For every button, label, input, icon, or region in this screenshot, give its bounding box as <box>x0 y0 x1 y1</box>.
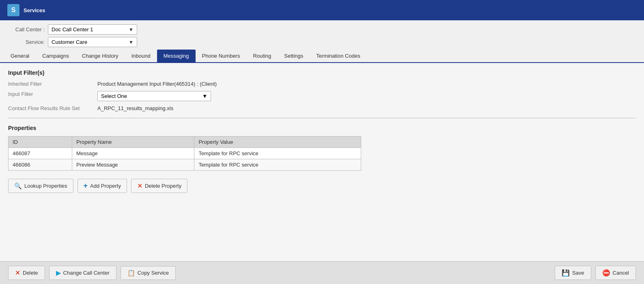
row1-id: 466087 <box>9 148 72 159</box>
col-property-value: Property Value <box>194 137 361 148</box>
service-arrow-icon: ▼ <box>129 39 134 45</box>
tab-messaging[interactable]: Messaging <box>157 50 196 62</box>
service-label: Service: <box>8 39 45 45</box>
tab-phone-numbers[interactable]: Phone Numbers <box>196 50 247 62</box>
table-row: 466087 Message Template for RPC service <box>9 148 361 159</box>
footer: ✕ Delete ▶ Change Call Center 📋 Copy Ser… <box>0 261 644 284</box>
row2-value: Template for RPC service <box>194 159 361 171</box>
lookup-label: Lookup Properties <box>24 183 67 189</box>
delete-property-label: Delete Property <box>145 183 181 189</box>
main-content: Input Filter(s) Inherited Filter Product… <box>0 63 644 261</box>
lookup-properties-button[interactable]: 🔍 Lookup Properties <box>8 179 73 193</box>
tab-settings[interactable]: Settings <box>278 50 310 62</box>
properties-table: ID Property Name Property Value 466087 M… <box>8 136 361 171</box>
delete-label: Delete <box>23 270 38 276</box>
col-property-name: Property Name <box>72 137 194 148</box>
service-row: Service: Customer Care ▼ <box>8 37 636 47</box>
property-buttons: 🔍 Lookup Properties + Add Property ✕ Del… <box>8 179 636 193</box>
copy-service-label: Copy Service <box>138 270 169 276</box>
call-center-dropdown[interactable]: Doc Call Center 1 ▼ <box>48 24 137 35</box>
cancel-icon: ⛔ <box>602 269 610 277</box>
save-label: Save <box>572 270 584 276</box>
delete-button[interactable]: ✕ Delete <box>8 266 45 280</box>
service-value: Customer Care <box>52 39 87 45</box>
properties-title: Properties <box>8 125 636 131</box>
inherited-filter-label: Inherited Filter <box>8 81 89 87</box>
input-filter-value: Select One <box>101 93 127 99</box>
app-icon: S <box>7 4 19 16</box>
call-center-label: Call Center : <box>8 26 45 33</box>
delete-property-icon: ✕ <box>137 182 142 190</box>
copy-service-button[interactable]: 📋 Copy Service <box>121 266 176 280</box>
row1-value: Template for RPC service <box>194 148 361 159</box>
top-controls: Call Center : Doc Call Center 1 ▼ Servic… <box>0 20 644 50</box>
input-filter-arrow-icon: ▼ <box>202 93 207 99</box>
save-icon: 💾 <box>562 269 570 277</box>
copy-service-icon: 📋 <box>127 269 135 277</box>
input-filter-dropdown[interactable]: Select One ▼ <box>97 91 211 101</box>
table-row: 466086 Preview Message Template for RPC … <box>9 159 361 171</box>
save-button[interactable]: 💾 Save <box>555 266 591 280</box>
input-filters-grid: Inherited Filter Product Management Inpu… <box>8 81 636 111</box>
footer-right: 💾 Save ⛔ Cancel <box>555 266 636 280</box>
contact-flow-value: A_RPC_11_results_mapping.xls <box>97 105 636 111</box>
change-call-center-icon: ▶ <box>56 269 61 277</box>
call-center-value: Doc Call Center 1 <box>52 26 93 33</box>
delete-property-button[interactable]: ✕ Delete Property <box>131 179 187 193</box>
input-filter-label: Input Filter <box>8 91 89 101</box>
add-label: Add Property <box>90 183 121 189</box>
input-filters-title: Input Filter(s) <box>8 69 636 76</box>
cancel-button[interactable]: ⛔ Cancel <box>595 266 636 280</box>
call-center-arrow-icon: ▼ <box>129 27 134 33</box>
add-property-button[interactable]: + Add Property <box>78 179 127 193</box>
service-dropdown[interactable]: Customer Care ▼ <box>48 37 137 47</box>
call-center-row: Call Center : Doc Call Center 1 ▼ <box>8 24 636 35</box>
col-id: ID <box>9 137 72 148</box>
row2-id: 466086 <box>9 159 72 171</box>
tab-termination-codes[interactable]: Termination Codes <box>310 50 366 62</box>
change-call-center-label: Change Call Center <box>63 270 110 276</box>
tab-general[interactable]: General <box>4 50 36 62</box>
tab-inbound[interactable]: Inbound <box>125 50 157 62</box>
lookup-icon: 🔍 <box>14 182 22 190</box>
tab-change-history[interactable]: Change History <box>75 50 125 62</box>
tab-campaigns[interactable]: Campaigns <box>36 50 75 62</box>
app-header: S Services <box>0 0 644 20</box>
tabs-bar: General Campaigns Change History Inbound… <box>0 50 644 63</box>
delete-icon: ✕ <box>15 269 20 277</box>
section-divider <box>8 118 636 118</box>
app-title: Services <box>24 7 45 13</box>
tab-routing[interactable]: Routing <box>246 50 278 62</box>
contact-flow-label: Contact Flow Results Rule Set <box>8 105 89 111</box>
row2-name: Preview Message <box>72 159 194 171</box>
add-icon: + <box>84 182 88 190</box>
change-call-center-button[interactable]: ▶ Change Call Center <box>49 266 116 280</box>
inherited-filter-value: Product Management Input Filter(465314) … <box>97 81 636 87</box>
row1-name: Message <box>72 148 194 159</box>
cancel-label: Cancel <box>613 270 629 276</box>
